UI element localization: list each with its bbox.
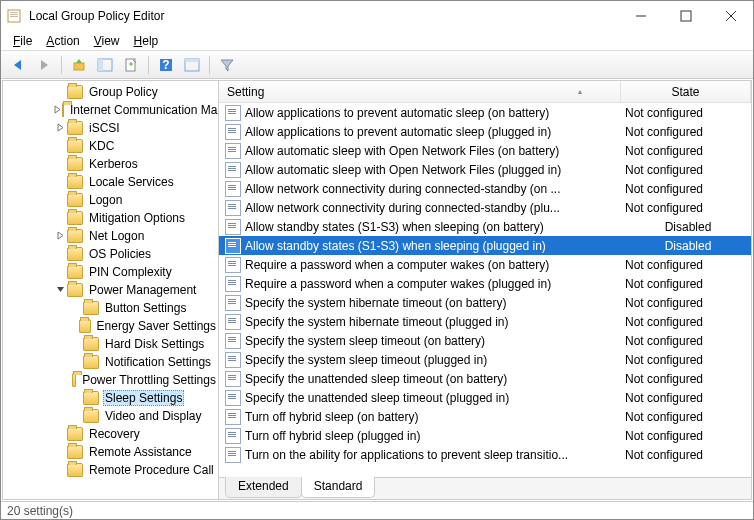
folder-icon xyxy=(67,139,83,153)
setting-row[interactable]: Allow network connectivity during connec… xyxy=(219,179,751,198)
setting-name: Specify the system hibernate timeout (pl… xyxy=(245,315,621,329)
setting-row[interactable]: Allow standby states (S1-S3) when sleepi… xyxy=(219,236,751,255)
setting-name: Specify the unattended sleep timeout (pl… xyxy=(245,391,621,405)
column-state[interactable]: State xyxy=(621,81,751,102)
tree-node[interactable]: Internet Communication Management xyxy=(5,101,218,119)
setting-row[interactable]: Specify the system hibernate timeout (pl… xyxy=(219,312,751,331)
properties-button[interactable] xyxy=(181,54,203,76)
policy-icon xyxy=(225,200,241,216)
collapse-icon[interactable] xyxy=(53,283,67,297)
setting-row[interactable]: Allow standby states (S1-S3) when sleepi… xyxy=(219,217,751,236)
toolbar-separator xyxy=(61,56,62,74)
folder-icon xyxy=(83,391,99,405)
tab-extended[interactable]: Extended xyxy=(225,477,302,498)
expand-icon[interactable] xyxy=(53,103,62,117)
menu-help[interactable]: Help xyxy=(128,32,165,50)
setting-state: Not configured xyxy=(621,353,751,367)
tree-node-label: Sleep Settings xyxy=(103,390,184,406)
tree-node[interactable]: Notification Settings xyxy=(5,353,218,371)
filter-button[interactable] xyxy=(216,54,238,76)
expand-icon[interactable] xyxy=(53,121,67,135)
tree-node[interactable]: Energy Saver Settings xyxy=(5,317,218,335)
setting-state: Not configured xyxy=(621,315,751,329)
setting-row[interactable]: Turn off hybrid sleep (on battery)Not co… xyxy=(219,407,751,426)
setting-row[interactable]: Specify the unattended sleep timeout (pl… xyxy=(219,388,751,407)
tree-node[interactable]: Button Settings xyxy=(5,299,218,317)
setting-name: Specify the system sleep timeout (plugge… xyxy=(245,353,621,367)
folder-icon xyxy=(67,247,83,261)
maximize-button[interactable] xyxy=(663,2,708,30)
tree-node[interactable]: Mitigation Options xyxy=(5,209,218,227)
setting-row[interactable]: Require a password when a computer wakes… xyxy=(219,255,751,274)
tree-node[interactable]: Kerberos xyxy=(5,155,218,173)
tree-node-label: Video and Display xyxy=(103,409,204,423)
folder-icon xyxy=(67,283,83,297)
tree-view[interactable]: Group PolicyInternet Communication Manag… xyxy=(3,81,218,499)
setting-row[interactable]: Specify the system hibernate timeout (on… xyxy=(219,293,751,312)
tree-node[interactable]: Video and Display xyxy=(5,407,218,425)
setting-row[interactable]: Specify the unattended sleep timeout (on… xyxy=(219,369,751,388)
tree-node[interactable]: Group Policy xyxy=(5,83,218,101)
settings-list[interactable]: Allow applications to prevent automatic … xyxy=(219,103,751,477)
setting-row[interactable]: Turn off hybrid sleep (plugged in)Not co… xyxy=(219,426,751,445)
setting-row[interactable]: Allow network connectivity during connec… xyxy=(219,198,751,217)
column-setting[interactable]: Setting▴ xyxy=(219,81,621,102)
setting-row[interactable]: Require a password when a computer wakes… xyxy=(219,274,751,293)
policy-icon xyxy=(225,162,241,178)
menu-action[interactable]: Action xyxy=(40,32,85,50)
policy-icon xyxy=(225,105,241,121)
tree-node[interactable]: OS Policies xyxy=(5,245,218,263)
tree-node[interactable]: Recovery xyxy=(5,425,218,443)
setting-row[interactable]: Allow automatic sleep with Open Network … xyxy=(219,160,751,179)
tree-node[interactable]: iSCSI xyxy=(5,119,218,137)
setting-row[interactable]: Allow applications to prevent automatic … xyxy=(219,122,751,141)
sort-indicator-icon: ▴ xyxy=(578,87,582,96)
tree-node[interactable]: Sleep Settings xyxy=(5,389,218,407)
tree-node[interactable]: Locale Services xyxy=(5,173,218,191)
menubar: File Action View Help xyxy=(1,31,753,51)
policy-icon xyxy=(225,314,241,330)
svg-rect-3 xyxy=(10,16,18,17)
menu-view[interactable]: View xyxy=(88,32,126,50)
forward-button[interactable] xyxy=(33,54,55,76)
menu-file[interactable]: File xyxy=(7,32,38,50)
tree-node[interactable]: Remote Procedure Call xyxy=(5,461,218,479)
folder-icon xyxy=(67,427,83,441)
close-button[interactable] xyxy=(708,2,753,30)
setting-name: Specify the system hibernate timeout (on… xyxy=(245,296,621,310)
statusbar: 20 setting(s) xyxy=(1,501,753,519)
tree-node[interactable]: Power Management xyxy=(5,281,218,299)
folder-icon xyxy=(67,229,83,243)
folder-icon xyxy=(67,445,83,459)
tab-standard[interactable]: Standard xyxy=(301,477,376,498)
tree-node[interactable]: KDC xyxy=(5,137,218,155)
setting-state: Not configured xyxy=(621,429,751,443)
tree-node[interactable]: PIN Complexity xyxy=(5,263,218,281)
tree-node[interactable]: Power Throttling Settings xyxy=(5,371,218,389)
tree-node[interactable]: Remote Assistance xyxy=(5,443,218,461)
expand-icon[interactable] xyxy=(53,229,67,243)
tree-node[interactable]: Hard Disk Settings xyxy=(5,335,218,353)
tree-node-label: Group Policy xyxy=(87,85,160,99)
export-button[interactable] xyxy=(120,54,142,76)
tree-node[interactable]: Net Logon xyxy=(5,227,218,245)
help-button[interactable]: ? xyxy=(155,54,177,76)
minimize-button[interactable] xyxy=(618,2,663,30)
setting-state: Not configured xyxy=(621,448,751,462)
setting-row[interactable]: Specify the system sleep timeout (plugge… xyxy=(219,350,751,369)
tree-node[interactable]: Logon xyxy=(5,191,218,209)
tree-node-label: Notification Settings xyxy=(103,355,213,369)
setting-row[interactable]: Allow applications to prevent automatic … xyxy=(219,103,751,122)
policy-icon xyxy=(225,333,241,349)
setting-row[interactable]: Turn on the ability for applications to … xyxy=(219,445,751,464)
folder-icon xyxy=(67,463,83,477)
show-hide-tree-button[interactable] xyxy=(94,54,116,76)
back-button[interactable] xyxy=(7,54,29,76)
setting-row[interactable]: Allow automatic sleep with Open Network … xyxy=(219,141,751,160)
svg-rect-8 xyxy=(74,63,84,70)
folder-icon xyxy=(79,319,91,333)
tree-node-label: Internet Communication Management xyxy=(68,103,218,117)
folder-icon xyxy=(67,175,83,189)
up-button[interactable] xyxy=(68,54,90,76)
setting-row[interactable]: Specify the system sleep timeout (on bat… xyxy=(219,331,751,350)
